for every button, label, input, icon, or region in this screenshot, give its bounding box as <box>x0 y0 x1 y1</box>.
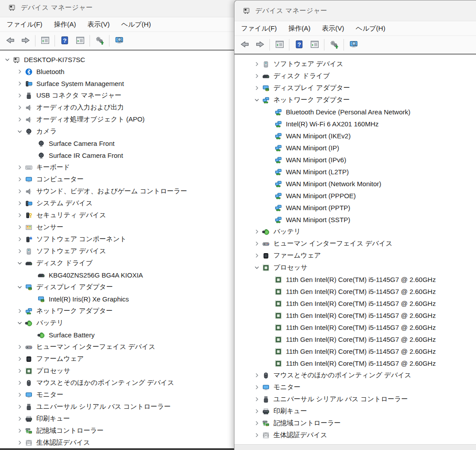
chevron-right-icon[interactable] <box>251 394 262 405</box>
chevron-down-icon[interactable] <box>251 95 262 106</box>
tree-item[interactable]: 11th Gen Intel(R) Core(TM) i5-1145G7 @ 2… <box>237 274 476 286</box>
tree-item[interactable]: プロセッサ <box>237 262 476 274</box>
search-computer-button[interactable] <box>112 34 126 48</box>
tree-item[interactable]: ディスク ドライブ <box>237 70 476 82</box>
help-button[interactable]: ? <box>292 38 306 52</box>
tree-item[interactable]: システム デバイス <box>0 197 238 209</box>
tree-item[interactable]: ディスプレイ アダプター <box>237 82 476 94</box>
chevron-right-icon[interactable] <box>14 90 25 101</box>
chevron-right-icon[interactable] <box>14 162 25 173</box>
chevron-right-icon[interactable] <box>14 114 25 125</box>
titlebar[interactable]: デバイス マネージャー <box>0 0 238 17</box>
show-properties-button[interactable] <box>307 38 322 52</box>
tree-item[interactable]: 11th Gen Intel(R) Core(TM) i5-1145G7 @ 2… <box>237 297 476 309</box>
chevron-right-icon[interactable] <box>14 402 25 412</box>
tree-item[interactable]: オーディオ処理オブジェクト (APO) <box>0 113 238 125</box>
chevron-right-icon[interactable] <box>14 306 25 317</box>
chevron-right-icon[interactable] <box>14 174 25 185</box>
tree-item[interactable]: 生体認証デバイス <box>0 437 238 449</box>
tree-item[interactable]: WAN Miniport (PPTP) <box>237 202 476 214</box>
chevron-right-icon[interactable] <box>14 222 25 233</box>
tree-item[interactable]: WAN Miniport (IPv6) <box>237 154 476 166</box>
chevron-right-icon[interactable] <box>14 78 25 89</box>
tree-item[interactable]: セキュリティ デバイス <box>0 209 238 221</box>
help-button[interactable]: ? <box>57 34 72 48</box>
tree-item[interactable]: ファームウェア <box>237 250 476 262</box>
tree-item[interactable]: Surface IR Camera Front <box>0 149 238 161</box>
chevron-down-icon[interactable] <box>2 55 12 65</box>
chevron-right-icon[interactable] <box>251 83 262 94</box>
tree-item[interactable]: マウスとそのほかのポインティング デバイス <box>237 369 476 381</box>
tree-item[interactable]: WAN Miniport (L2TP) <box>237 166 476 178</box>
chevron-right-icon[interactable] <box>251 239 262 249</box>
tree-item[interactable]: バッテリ <box>0 317 238 329</box>
tree-item[interactable]: ネットワーク アダプター <box>237 94 476 106</box>
chevron-right-icon[interactable] <box>14 366 25 376</box>
tree-item[interactable]: ヒューマン インターフェイス デバイス <box>237 238 476 250</box>
menu-file[interactable]: ファイル(F) <box>235 23 283 35</box>
chevron-right-icon[interactable] <box>14 390 25 400</box>
tree-item[interactable]: 11th Gen Intel(R) Core(TM) i5-1145G7 @ 2… <box>237 321 476 333</box>
tree-item[interactable]: WAN Miniport (IKEv2) <box>237 130 476 142</box>
tree-item[interactable]: コンピューター <box>0 173 238 185</box>
titlebar[interactable]: デバイス マネージャー <box>234 0 476 21</box>
chevron-right-icon[interactable] <box>14 438 25 448</box>
tree-item[interactable]: Intel(R) Iris(R) Xe Graphics <box>0 293 238 305</box>
tree-item[interactable]: 11th Gen Intel(R) Core(TM) i5-1145G7 @ 2… <box>237 286 476 297</box>
tree-item[interactable]: ソフトウェア コンポーネント <box>0 233 238 245</box>
chevron-right-icon[interactable] <box>251 227 262 237</box>
tree-item[interactable]: 11th Gen Intel(R) Core(TM) i5-1145G7 @ 2… <box>237 333 476 345</box>
menu-help[interactable]: ヘルプ(H) <box>116 19 157 31</box>
search-computer-button[interactable] <box>346 38 361 52</box>
tree-item[interactable]: Bluetooth <box>0 66 238 78</box>
tree-item[interactable]: 印刷キュー <box>237 405 476 417</box>
tree-item[interactable]: ネットワーク アダプター <box>0 305 238 317</box>
chevron-right-icon[interactable] <box>14 354 25 364</box>
tree-item[interactable]: ソフトウェア デバイス <box>0 245 238 257</box>
chevron-down-icon[interactable] <box>14 126 25 137</box>
chevron-right-icon[interactable] <box>251 382 262 393</box>
tree-item[interactable]: 記憶域コントローラー <box>237 417 476 429</box>
tree-item[interactable]: ヒューマン インターフェイス デバイス <box>0 341 238 353</box>
tree-item[interactable]: Surface Battery <box>0 329 238 341</box>
tree-item[interactable]: Surface Camera Front <box>0 137 238 149</box>
chevron-right-icon[interactable] <box>14 67 25 77</box>
chevron-right-icon[interactable] <box>251 370 262 381</box>
chevron-down-icon[interactable] <box>14 318 25 329</box>
tree-item[interactable]: カメラ <box>0 125 238 137</box>
tree-item[interactable]: 記憶域コントローラー <box>0 425 238 437</box>
tree-item[interactable]: モニター <box>0 389 238 401</box>
menu-view[interactable]: 表示(V) <box>82 19 116 31</box>
forward-button[interactable] <box>253 38 267 52</box>
tree-item[interactable]: ソフトウェア デバイス <box>237 58 476 70</box>
chevron-right-icon[interactable] <box>14 210 25 221</box>
tree-item[interactable]: 11th Gen Intel(R) Core(TM) i5-1145G7 @ 2… <box>237 345 476 357</box>
forward-button[interactable] <box>18 34 33 48</box>
menu-action[interactable]: 操作(A) <box>48 19 82 31</box>
tree-item[interactable]: ファームウェア <box>0 353 238 365</box>
tree-item[interactable]: 生体認証デバイス <box>237 429 476 441</box>
show-console-tree-button[interactable] <box>38 34 52 48</box>
chevron-down-icon[interactable] <box>14 258 25 269</box>
chevron-right-icon[interactable] <box>14 198 25 209</box>
chevron-right-icon[interactable] <box>14 234 25 245</box>
chevron-down-icon[interactable] <box>251 262 262 273</box>
tree-item[interactable]: WAN Miniport (IP) <box>237 142 476 154</box>
chevron-right-icon[interactable] <box>14 186 25 197</box>
tree-item[interactable]: KBG40ZNS256G BG4A KIOXIA <box>0 269 238 281</box>
chevron-right-icon[interactable] <box>14 102 25 113</box>
tree-item[interactable]: サウンド、ビデオ、およびゲーム コントローラー <box>0 185 238 197</box>
show-console-tree-button[interactable] <box>272 38 287 52</box>
tree-item[interactable]: 11th Gen Intel(R) Core(TM) i5-1145G7 @ 2… <box>237 357 476 369</box>
tree-item[interactable]: 11th Gen Intel(R) Core(TM) i5-1145G7 @ 2… <box>237 309 476 321</box>
tree-item[interactable]: プロセッサ <box>0 365 238 377</box>
menu-file[interactable]: ファイル(F) <box>1 19 48 31</box>
tree-item[interactable]: オーディオの入力および出力 <box>0 102 238 113</box>
tree-item[interactable]: WAN Miniport (SSTP) <box>237 214 476 226</box>
tree-item[interactable]: マウスとそのほかのポインティング デバイス <box>0 377 238 389</box>
chevron-right-icon[interactable] <box>251 430 262 441</box>
scan-hardware-button[interactable] <box>327 38 341 52</box>
back-button[interactable] <box>237 38 252 52</box>
tree-item[interactable]: キーボード <box>0 161 238 173</box>
chevron-right-icon[interactable] <box>251 71 262 82</box>
